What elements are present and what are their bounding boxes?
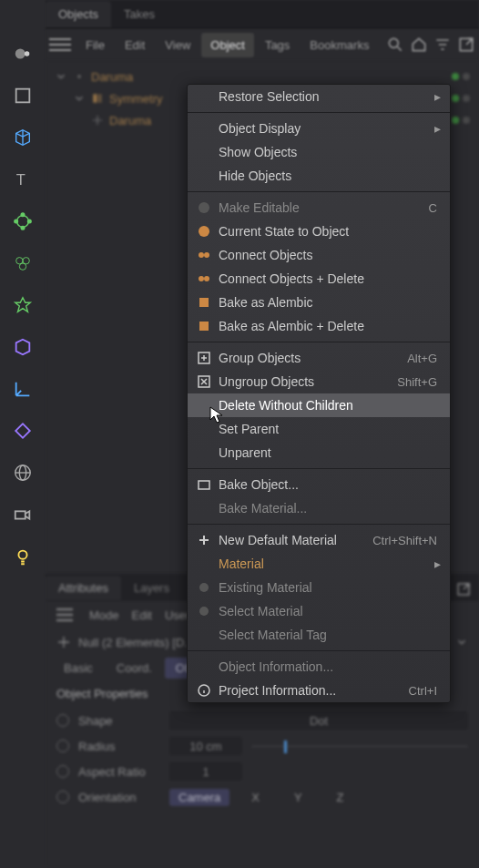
object-menu-dropdown: Restore Selection▸ Object Display▸ Show … (187, 84, 451, 703)
menu-object[interactable]: Object (201, 33, 254, 57)
menu-new-default-material[interactable]: New Default MaterialCtrl+Shift+N (188, 528, 450, 552)
menu-file[interactable]: File (76, 33, 114, 57)
generator-icon[interactable] (10, 250, 36, 276)
logo-icon (10, 41, 36, 66)
effector-icon[interactable] (10, 292, 36, 318)
spline-icon[interactable] (10, 418, 36, 444)
expand-icon[interactable] (73, 92, 86, 105)
menu-group[interactable]: Group ObjectsAlt+G (188, 346, 450, 370)
hamburger-icon[interactable] (56, 604, 73, 626)
symmetry-icon (91, 92, 104, 105)
svg-point-1 (25, 51, 30, 56)
search-icon[interactable] (386, 36, 404, 54)
menu-current-state[interactable]: Current State to Object (188, 220, 450, 243)
svg-rect-30 (199, 322, 209, 331)
subtab-basic[interactable]: Basic (53, 658, 104, 679)
menu-material[interactable]: Material▸ (188, 552, 450, 576)
tab-takes[interactable]: Takes (111, 1, 168, 27)
null-icon (73, 70, 86, 83)
info-icon (197, 683, 211, 698)
prop-orientation: Orientation Camera X Y Z (46, 784, 479, 810)
home-icon[interactable] (410, 36, 428, 54)
svg-point-35 (199, 607, 209, 616)
menu-restore-selection[interactable]: Restore Selection▸ (188, 85, 450, 108)
menu-object-display[interactable]: Object Display▸ (188, 117, 450, 140)
popout-icon[interactable] (457, 36, 475, 54)
popout-icon[interactable] (455, 581, 472, 597)
text-icon[interactable]: T (10, 167, 36, 192)
expand-icon[interactable] (55, 70, 67, 83)
svg-point-24 (199, 226, 209, 237)
prop-radius: Radius 10 cm (46, 733, 479, 759)
filter-icon[interactable] (433, 36, 452, 54)
svg-point-25 (199, 252, 204, 258)
light-icon[interactable] (10, 544, 36, 569)
svg-point-17 (18, 551, 26, 559)
axis-x[interactable]: X (239, 789, 272, 806)
menu-bake-object[interactable]: Bake Object... (188, 473, 450, 496)
menu-select-material[interactable]: Select Material (188, 599, 450, 623)
radio-icon[interactable] (56, 765, 69, 778)
menu-bookmarks[interactable]: Bookmarks (301, 33, 378, 57)
svg-point-20 (77, 75, 81, 78)
aspect-input[interactable]: 1 (169, 762, 242, 781)
shape-select[interactable]: Dot (169, 711, 468, 730)
menu-connect[interactable]: Connect Objects (188, 243, 450, 267)
menu-object-info[interactable]: Object Information... (188, 655, 450, 679)
field-icon[interactable] (10, 334, 36, 360)
edit-label[interactable]: Edit (132, 608, 152, 622)
prop-label: Orientation (78, 791, 160, 804)
connect-icon (197, 248, 211, 262)
menu-existing-material[interactable]: Existing Material (188, 576, 450, 599)
panel-tabs: Objects Takes (46, 0, 479, 29)
svg-rect-22 (98, 94, 102, 102)
svg-point-6 (21, 227, 25, 230)
radio-icon[interactable] (56, 740, 69, 752)
menu-select-material-tag[interactable]: Select Material Tag (188, 623, 450, 647)
radio-icon[interactable] (56, 714, 69, 727)
mode-label[interactable]: Mode (89, 608, 119, 622)
globe-icon[interactable] (10, 460, 36, 485)
menu-bake-alembic[interactable]: Bake as Alembic (188, 291, 450, 314)
tab-attributes[interactable]: Attributes (46, 576, 121, 600)
radio-icon[interactable] (56, 791, 69, 803)
radius-slider[interactable] (251, 745, 468, 748)
bake-icon (197, 477, 211, 492)
menu-ungroup[interactable]: Ungroup ObjectsShift+G (188, 370, 450, 393)
menu-unparent[interactable]: Unparent (188, 441, 450, 465)
state-icon (197, 224, 211, 239)
camera-icon[interactable] (10, 502, 36, 527)
menu-tags[interactable]: Tags (256, 33, 299, 57)
tab-layers[interactable]: Layers (121, 576, 182, 600)
svg-point-7 (15, 220, 18, 223)
menu-connect-delete[interactable]: Connect Objects + Delete (188, 267, 450, 291)
axis-z[interactable]: Z (324, 789, 357, 806)
sphere-icon (197, 580, 211, 595)
select-rect-icon[interactable] (10, 83, 36, 108)
menu-show-objects[interactable]: Show Objects (188, 140, 450, 164)
svg-point-11 (19, 263, 25, 270)
chevron-down-icon[interactable] (455, 636, 468, 648)
menu-delete-without-children[interactable]: Delete Without Children (188, 393, 450, 417)
menu-bake-material[interactable]: Bake Material... (188, 496, 450, 520)
menu-edit[interactable]: Edit (116, 33, 154, 57)
orientation-select[interactable]: Camera (169, 789, 229, 806)
cube-icon[interactable] (10, 125, 36, 150)
tab-objects[interactable]: Objects (46, 1, 111, 27)
deformer-icon[interactable] (10, 209, 36, 234)
subtab-coord[interactable]: Coord. (106, 658, 163, 679)
menu-view[interactable]: View (156, 33, 199, 57)
menu-bake-alembic-delete[interactable]: Bake as Alembic + Delete (188, 314, 450, 338)
menu-hide-objects[interactable]: Hide Objects (188, 164, 450, 188)
plus-icon (197, 533, 211, 547)
axis-icon[interactable] (10, 376, 36, 402)
svg-rect-2 (16, 89, 30, 103)
radius-input[interactable]: 10 cm (169, 737, 242, 755)
menu-set-parent[interactable]: Set Parent (188, 417, 450, 441)
menu-project-info[interactable]: Project Information...Ctrl+I (188, 679, 450, 702)
tree-item-label: Daruma (109, 114, 151, 128)
axis-y[interactable]: Y (281, 789, 315, 806)
hamburger-icon[interactable] (49, 34, 71, 56)
menu-make-editable[interactable]: Make EditableC (188, 196, 450, 220)
prop-shape: Shape Dot (46, 708, 479, 733)
